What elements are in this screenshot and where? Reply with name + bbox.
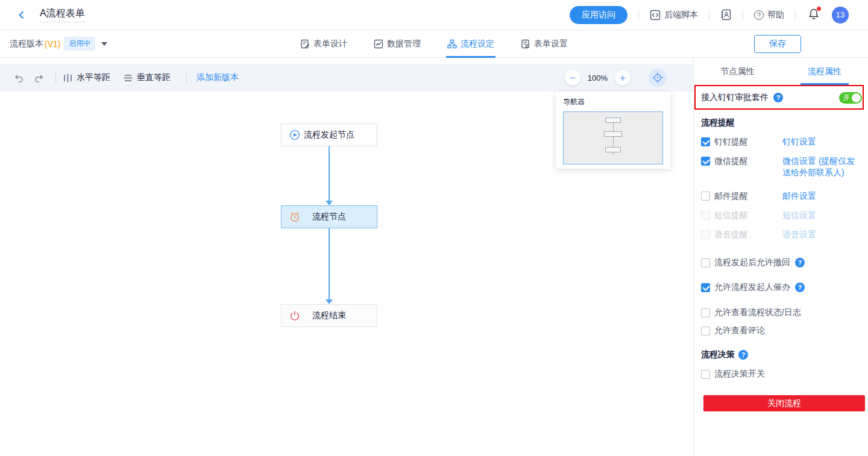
option-view-comments: 允许查看评论	[701, 325, 861, 336]
checkbox-disabled-icon	[701, 230, 710, 239]
email-reminder-checkbox[interactable]: 邮件提醒	[701, 190, 782, 202]
redo-icon	[34, 72, 45, 83]
power-icon	[289, 310, 300, 321]
form-settings-icon	[521, 39, 530, 49]
locate-button[interactable]	[649, 69, 667, 87]
code-icon	[650, 10, 661, 20]
divider	[709, 10, 709, 20]
dingtalk-suite-label: 接入钉钉审批套件	[701, 92, 769, 103]
question-icon[interactable]: ?	[795, 283, 805, 292]
horizontal-distribute-button[interactable]: 水平等距	[63, 72, 110, 83]
mini-node	[605, 147, 621, 152]
option-view-status: 允许查看流程状态/日志	[701, 307, 861, 318]
dingtalk-settings-link[interactable]: 钉钉设置	[782, 136, 861, 148]
address-book-icon	[720, 9, 732, 20]
back-button[interactable]	[16, 9, 28, 21]
checkbox-icon[interactable]	[701, 192, 710, 201]
checkbox-checked-icon[interactable]	[701, 157, 710, 166]
save-button[interactable]: 保存	[754, 35, 801, 53]
allow-urge-checkbox[interactable]: 允许流程发起人催办	[701, 282, 790, 293]
redo-button[interactable]	[33, 71, 46, 84]
view-status-checkbox[interactable]: 允许查看流程状态/日志	[701, 307, 801, 318]
backend-script-button[interactable]: 后端脚本	[650, 10, 698, 20]
decision-switch-checkbox[interactable]: 流程决策开关	[701, 369, 765, 379]
zoom-out-button[interactable]: −	[565, 70, 580, 86]
version-number: (V1)	[45, 39, 60, 49]
mini-node	[604, 131, 622, 137]
navigator-panel: 导航器	[556, 92, 670, 169]
node-label: 流程节点	[312, 211, 346, 222]
reminder-label: 微信提醒	[714, 155, 748, 167]
checkbox-icon[interactable]	[701, 370, 710, 379]
checkbox-icon[interactable]	[701, 308, 710, 317]
node-flow-start[interactable]: 流程发起节点	[281, 123, 377, 146]
email-settings-link[interactable]: 邮件设置	[782, 190, 861, 202]
tab-data-management[interactable]: 数据管理	[374, 30, 421, 58]
backend-script-label: 后端脚本	[664, 10, 698, 20]
wechat-reminder-checkbox[interactable]: 微信提醒	[701, 155, 782, 178]
main-tabs: 表单设计 数据管理 流程设定 表单设置	[300, 30, 568, 58]
notifications-button[interactable]	[808, 8, 820, 22]
tab-label: 表单设计	[313, 39, 347, 49]
flow-canvas[interactable]: 水平等距 垂直等距 添加新版本 − 100% +	[0, 58, 693, 456]
node-flow-process[interactable]: 流程节点	[281, 205, 377, 228]
divider	[795, 10, 796, 20]
option-decision-switch: 流程决策开关	[701, 369, 861, 379]
reminder-row-voice: 语音提醒 语音设置	[701, 229, 861, 240]
vertical-distribute-label: 垂直等距	[137, 72, 171, 83]
dingtalk-suite-row: 接入钉钉审批套件 ? 开	[694, 85, 868, 110]
sms-reminder-checkbox: 短信提醒	[701, 210, 782, 221]
tab-label: 数据管理	[387, 39, 421, 49]
option-label: 流程发起后允许撤回	[714, 257, 790, 268]
allow-withdraw-checkbox[interactable]: 流程发起后允许撤回	[701, 257, 790, 268]
reminder-row-dingtalk: 钉钉提醒 钉钉设置	[701, 136, 861, 148]
help-button[interactable]: ? 帮助	[754, 10, 784, 20]
question-icon[interactable]: ?	[773, 93, 783, 102]
notification-dot	[817, 7, 821, 11]
view-comments-checkbox[interactable]: 允许查看评论	[701, 325, 765, 336]
tab-node-properties[interactable]: 节点属性	[694, 58, 781, 85]
navigator-viewport[interactable]	[563, 111, 663, 164]
version-dropdown-caret-icon[interactable]	[101, 42, 107, 46]
version-group: 流程版本 (V1) 启用中	[10, 37, 107, 51]
crosshair-icon	[652, 72, 663, 83]
dingtalk-suite-toggle[interactable]: 开	[839, 92, 862, 104]
wechat-settings-link[interactable]: 微信设置 (提醒仅发送给外部联系人)	[782, 155, 861, 178]
zoom-in-button[interactable]: +	[615, 70, 631, 86]
reminder-label: 语音提醒	[714, 229, 748, 240]
reminder-row-wechat: 微信提醒 微信设置 (提醒仅发送给外部联系人)	[701, 155, 861, 178]
tab-flow-properties[interactable]: 流程属性	[781, 58, 868, 85]
undo-button[interactable]	[12, 71, 25, 84]
reminder-section-title: 流程提醒	[701, 117, 861, 128]
option-label: 允许流程发起人催办	[714, 282, 790, 293]
checkbox-icon[interactable]	[701, 326, 710, 336]
dingtalk-reminder-checkbox[interactable]: 钉钉提醒	[701, 136, 782, 148]
app-access-button[interactable]: 应用访问	[570, 6, 627, 24]
tab-form-design[interactable]: 表单设计	[300, 30, 347, 58]
checkbox-disabled-icon	[701, 211, 710, 220]
node-flow-end[interactable]: 流程结束	[281, 304, 377, 327]
subheader: 流程版本 (V1) 启用中 表单设计 数据管理 流程设定 表单设置 保存	[0, 30, 868, 58]
page-title: A流程表单	[40, 7, 85, 22]
header-actions: 应用访问 后端脚本 ? 帮助 13	[570, 6, 849, 24]
question-icon[interactable]: ?	[738, 350, 748, 360]
vertical-distribute-icon	[124, 73, 133, 83]
contacts-button[interactable]	[720, 9, 732, 20]
form-design-icon	[300, 39, 310, 49]
toggle-knob	[852, 93, 861, 102]
question-icon[interactable]: ?	[795, 258, 805, 267]
checkbox-icon[interactable]	[701, 258, 710, 267]
properties-sidebar: 节点属性 流程属性 接入钉钉审批套件 ? 开 流程提醒 钉钉提醒	[693, 58, 868, 456]
checkbox-checked-icon[interactable]	[701, 137, 710, 146]
tab-form-settings[interactable]: 表单设置	[521, 30, 568, 58]
help-label: 帮助	[767, 10, 784, 20]
vertical-distribute-button[interactable]: 垂直等距	[124, 72, 171, 83]
zoom-level: 100%	[588, 73, 608, 83]
reminder-row-email: 邮件提醒 邮件设置	[701, 190, 861, 202]
close-flow-button[interactable]: 关闭流程	[703, 395, 865, 411]
avatar[interactable]: 13	[832, 7, 849, 23]
version-label: 流程版本	[10, 39, 43, 49]
checkbox-checked-icon[interactable]	[701, 283, 710, 292]
add-new-version-link[interactable]: 添加新版本	[197, 72, 239, 83]
tab-flow-settings[interactable]: 流程设定	[447, 30, 494, 58]
